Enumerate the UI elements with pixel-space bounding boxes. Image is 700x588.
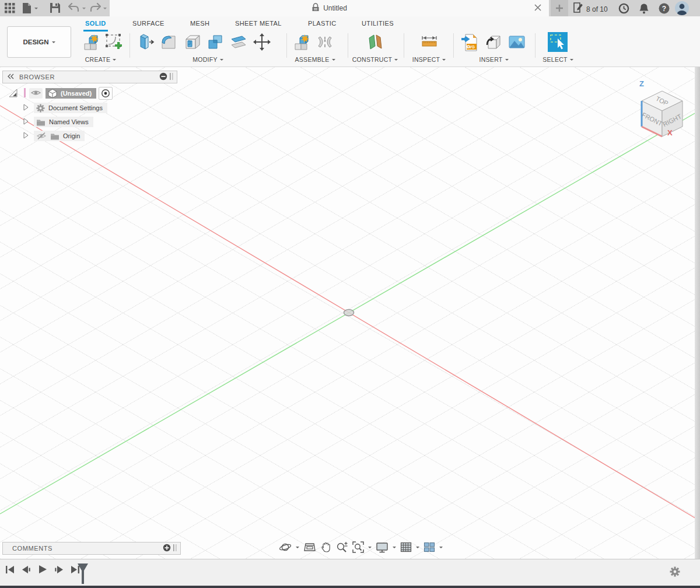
root-component-chip[interactable]: (Unsaved): [46, 88, 96, 99]
group-label-assemble[interactable]: ASSEMBLE: [289, 56, 341, 63]
undo-caret[interactable]: [82, 8, 86, 11]
group-label-construct[interactable]: CONSTRUCT: [349, 56, 401, 63]
viewport-canvas[interactable]: [0, 67, 700, 559]
chevron-down-icon: [113, 59, 116, 62]
job-count-label: 8 of 10: [586, 5, 608, 13]
expand-caret-icon[interactable]: [22, 131, 29, 141]
shell-icon[interactable]: [181, 32, 202, 52]
combine-icon[interactable]: [205, 32, 226, 52]
tab-mesh[interactable]: MESH: [190, 20, 209, 27]
timeline-settings-gear-icon[interactable]: [670, 566, 680, 579]
add-comment-icon[interactable]: [163, 544, 171, 553]
root-expand-icon[interactable]: [8, 88, 18, 99]
panel-grip[interactable]: [170, 73, 174, 81]
lock-icon: [312, 3, 320, 14]
display-settings-icon[interactable]: [376, 541, 388, 553]
help-icon[interactable]: ?: [659, 3, 670, 16]
fillet-icon[interactable]: [158, 32, 179, 52]
new-component-icon[interactable]: [80, 32, 102, 52]
group-label-inspect[interactable]: INSPECT: [404, 56, 454, 63]
construct-plane-icon[interactable]: [365, 32, 386, 52]
measure-icon[interactable]: [419, 32, 440, 52]
orbit-icon[interactable]: [279, 541, 292, 553]
browser-panel-header[interactable]: BROWSER: [2, 71, 177, 83]
close-tab-icon[interactable]: [534, 4, 543, 13]
browser-row-named-views[interactable]: Named Views: [22, 116, 93, 128]
joint-icon[interactable]: [314, 32, 335, 52]
insert-mcmaster-icon[interactable]: [483, 32, 504, 52]
fit-icon[interactable]: [352, 541, 364, 553]
new-tab-button[interactable]: [551, 0, 568, 16]
activate-component-radio[interactable]: [99, 87, 113, 100]
display-settings-caret[interactable]: [393, 547, 396, 550]
tab-solid[interactable]: SOLID: [85, 20, 106, 27]
view-cube[interactable]: TOP FRONT RIGHT Z X: [629, 75, 700, 145]
tab-plastic[interactable]: PLASTIC: [308, 20, 337, 27]
split-body-icon[interactable]: [228, 32, 249, 52]
recent-activity-icon[interactable]: [618, 3, 629, 16]
group-create-icons: [80, 32, 125, 52]
insert-svg-icon[interactable]: SVG: [460, 32, 481, 52]
panel-minimize-icon[interactable]: [159, 72, 167, 82]
comments-panel-header[interactable]: COMMENTS: [2, 542, 181, 555]
file-menu-caret[interactable]: [34, 8, 38, 11]
timeline-go-to-start-button[interactable]: [5, 564, 15, 575]
document-tab[interactable]: Untitled: [110, 0, 549, 16]
visibility-off-eye-icon[interactable]: [36, 132, 47, 140]
move-copy-icon[interactable]: [251, 32, 272, 52]
grid-snaps-caret[interactable]: [416, 547, 419, 550]
timeline-step-back-button[interactable]: [21, 564, 32, 575]
collapse-panel-icon[interactable]: [8, 74, 15, 80]
viewports-icon[interactable]: [424, 541, 435, 553]
select-icon[interactable]: [547, 32, 568, 52]
group-label-insert[interactable]: INSERT: [469, 56, 519, 63]
chevron-down-icon: [52, 41, 55, 45]
group-label-create[interactable]: CREATE: [76, 56, 125, 63]
browser-row-document-settings[interactable]: Document Settings: [22, 102, 107, 114]
timeline-position-marker[interactable]: [77, 563, 89, 585]
pan-hand-icon[interactable]: [320, 541, 332, 553]
group-label-modify[interactable]: MODIFY: [183, 56, 233, 63]
group-label-select[interactable]: SELECT: [533, 56, 583, 63]
job-status[interactable]: 8 of 10: [573, 2, 608, 16]
origin-marker: [344, 310, 354, 316]
viewports-caret[interactable]: [439, 547, 443, 550]
timeline-step-forward-button[interactable]: [54, 564, 64, 575]
tab-utilities[interactable]: UTILITIES: [362, 20, 394, 27]
file-menu-icon[interactable]: [22, 3, 32, 16]
panel-grip[interactable]: [173, 544, 177, 552]
workspace-selector[interactable]: DESIGN: [7, 26, 71, 58]
avatar[interactable]: [675, 1, 689, 15]
timeline-play-button[interactable]: [37, 564, 48, 575]
active-component-bar: [24, 88, 26, 99]
chevron-down-icon: [332, 59, 335, 62]
expand-caret-icon[interactable]: [22, 103, 29, 113]
browser-row-origin[interactable]: Origin: [22, 130, 85, 142]
redo-icon[interactable]: [89, 3, 101, 15]
notifications-bell-icon[interactable]: [639, 3, 649, 16]
canvas-icon[interactable]: [506, 32, 527, 52]
orbit-caret[interactable]: [296, 547, 299, 550]
create-sketch-icon[interactable]: [104, 32, 125, 52]
look-at-icon[interactable]: [303, 541, 316, 553]
zoom-icon[interactable]: [336, 541, 348, 553]
save-icon[interactable]: [50, 3, 60, 15]
redo-caret[interactable]: [103, 8, 107, 11]
undo-icon[interactable]: [68, 3, 80, 15]
visibility-eye-icon[interactable]: [29, 88, 43, 99]
tab-surface[interactable]: SURFACE: [132, 20, 164, 27]
folder-icon: [50, 132, 60, 140]
fit-caret[interactable]: [368, 547, 372, 550]
window-bottom-edge: [0, 586, 700, 588]
app-grid-icon[interactable]: [5, 3, 15, 16]
expand-caret-icon[interactable]: [22, 117, 29, 127]
press-pull-icon[interactable]: [135, 32, 156, 52]
browser-item-label: Named Views: [49, 118, 89, 125]
grid-snaps-icon[interactable]: [400, 541, 412, 553]
ribbon-separator: [130, 33, 130, 58]
group-construct-icons: [365, 32, 386, 52]
ribbon-separator: [404, 33, 404, 58]
browser-root-row[interactable]: (Unsaved): [8, 88, 113, 99]
assemble-new-component-icon[interactable]: [291, 32, 312, 52]
tab-sheet-metal[interactable]: SHEET METAL: [235, 20, 282, 27]
